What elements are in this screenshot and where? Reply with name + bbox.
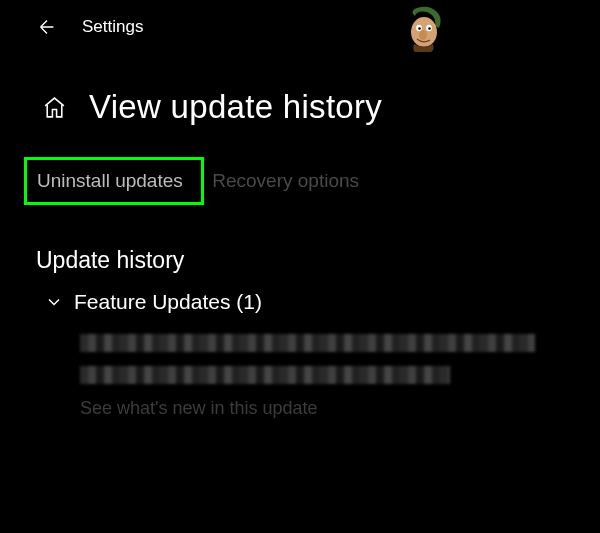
back-arrow-icon[interactable] — [36, 16, 58, 38]
home-icon[interactable] — [42, 95, 67, 120]
redacted-line — [80, 366, 450, 384]
redacted-line — [80, 334, 535, 352]
svg-point-5 — [419, 30, 427, 40]
chevron-down-icon — [44, 292, 64, 312]
page-title: View update history — [89, 88, 382, 126]
uninstall-updates-link[interactable]: Uninstall updates — [37, 170, 183, 191]
recovery-options-link[interactable]: Recovery options — [208, 160, 365, 202]
section-heading: Update history — [0, 207, 600, 288]
see-whats-new-link[interactable]: See what's new in this update — [80, 398, 600, 419]
update-details: See what's new in this update — [0, 314, 600, 419]
uninstall-updates-highlight: Uninstall updates — [24, 157, 204, 205]
svg-point-3 — [418, 27, 421, 30]
feature-updates-toggle[interactable]: Feature Updates (1) — [0, 288, 600, 314]
svg-point-4 — [428, 27, 431, 30]
avatar — [403, 6, 445, 54]
header-title: Settings — [82, 17, 143, 37]
feature-updates-label: Feature Updates (1) — [74, 290, 262, 314]
